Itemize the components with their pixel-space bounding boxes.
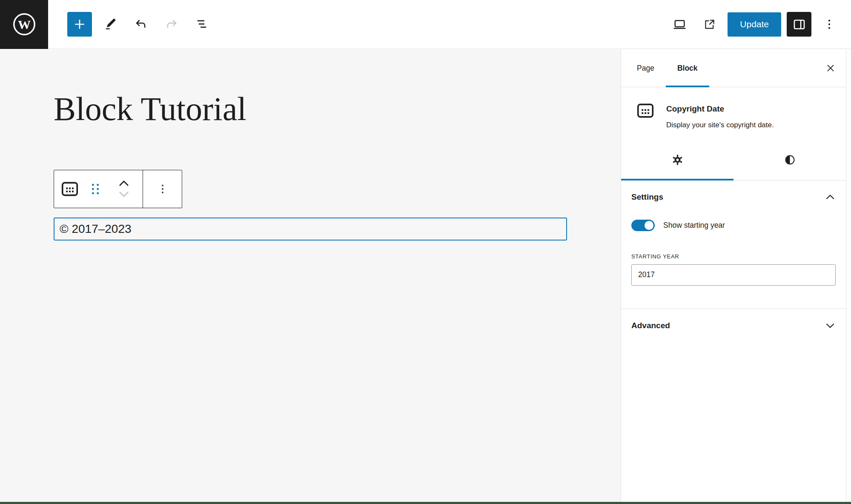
close-sidebar-button[interactable] xyxy=(815,49,846,87)
topbar-right-tools: Update xyxy=(667,12,851,37)
block-type-button[interactable] xyxy=(54,170,86,208)
advanced-label: Advanced xyxy=(631,321,670,330)
block-card-text: Copyright Date Display your site's copyr… xyxy=(666,103,774,131)
tab-styles[interactable] xyxy=(734,140,846,180)
undo-icon xyxy=(134,17,148,32)
block-mover xyxy=(105,170,143,208)
editor-topbar: W xyxy=(0,0,851,49)
view-page-button[interactable] xyxy=(697,12,722,37)
edit-mode-button[interactable] xyxy=(98,12,123,37)
page-title[interactable]: Block Tutorial xyxy=(54,90,567,128)
topbar-left-tools xyxy=(67,12,215,37)
move-down-button[interactable] xyxy=(117,189,131,199)
advanced-panel-header[interactable]: Advanced xyxy=(621,309,846,342)
block-inserter-button[interactable] xyxy=(67,12,92,37)
copyright-block-text: © 2017–2023 xyxy=(60,222,132,236)
redo-button[interactable] xyxy=(159,12,184,37)
content-column: Block Tutorial xyxy=(54,49,567,241)
chevron-down-icon xyxy=(825,322,836,329)
toggle-knob xyxy=(645,221,653,230)
kebab-menu-icon xyxy=(156,183,169,195)
redo-icon xyxy=(164,17,179,32)
chevron-down-icon xyxy=(117,190,130,198)
laptop-icon xyxy=(672,17,688,32)
copyright-date-block[interactable]: © 2017–2023 xyxy=(54,218,567,241)
block-toolbar xyxy=(54,170,182,208)
settings-panel-header[interactable]: Settings xyxy=(631,192,836,202)
chevron-up-icon xyxy=(117,180,130,187)
advanced-section: Advanced xyxy=(621,309,846,342)
block-card: Copyright Date Display your site's copyr… xyxy=(621,87,846,140)
drag-handle-icon xyxy=(89,182,102,196)
settings-panel: Settings Show starting year STARTING YEA… xyxy=(621,180,846,286)
scrollbar-track[interactable] xyxy=(846,49,851,502)
sidebar-tab-bar: Page Block xyxy=(621,49,846,87)
editor-canvas[interactable]: Block Tutorial xyxy=(0,49,621,502)
tab-page[interactable]: Page xyxy=(625,49,666,87)
styles-half-circle-icon xyxy=(784,154,796,166)
list-view-button[interactable] xyxy=(190,12,215,37)
preview-button[interactable] xyxy=(667,12,692,37)
calendar-block-icon xyxy=(636,103,654,119)
block-options-button[interactable] xyxy=(143,170,182,208)
svg-text:W: W xyxy=(17,17,30,32)
settings-sidebar: Page Block Copyright Date xyxy=(621,49,846,502)
kebab-menu-icon xyxy=(823,18,836,31)
options-menu-button[interactable] xyxy=(817,12,842,37)
move-up-button[interactable] xyxy=(117,179,131,188)
settings-panel-title: Settings xyxy=(631,192,663,202)
tab-settings[interactable] xyxy=(621,140,734,180)
settings-sidebar-toggle-button[interactable] xyxy=(787,12,811,37)
block-card-title: Copyright Date xyxy=(666,104,774,114)
plus-icon xyxy=(73,17,86,31)
wordpress-logo-icon: W xyxy=(11,11,37,37)
pencil-icon xyxy=(103,17,117,32)
calendar-block-icon xyxy=(61,181,79,197)
close-icon xyxy=(825,63,836,74)
update-button[interactable]: Update xyxy=(728,12,781,37)
gear-icon xyxy=(671,153,684,166)
editor-workspace: Block Tutorial xyxy=(0,49,851,502)
sidebar-panel-icon xyxy=(791,17,807,32)
wordpress-logo-button[interactable]: W xyxy=(0,0,48,49)
tab-block[interactable]: Block xyxy=(666,49,709,87)
undo-button[interactable] xyxy=(129,12,153,37)
external-link-icon xyxy=(702,17,717,32)
show-starting-year-label: Show starting year xyxy=(663,221,725,230)
chevron-up-icon xyxy=(825,194,836,200)
starting-year-input[interactable] xyxy=(631,264,836,286)
show-starting-year-toggle[interactable] xyxy=(631,220,655,231)
block-editor-window: W xyxy=(0,0,851,504)
list-view-icon xyxy=(195,17,209,32)
block-card-description: Display your site's copyright date. xyxy=(666,120,774,131)
bottom-edge-bar xyxy=(0,502,851,504)
drag-handle[interactable] xyxy=(86,170,105,208)
settings-styles-tab-bar xyxy=(621,140,846,180)
show-starting-year-row: Show starting year xyxy=(631,220,836,231)
starting-year-label: STARTING YEAR xyxy=(631,253,836,260)
